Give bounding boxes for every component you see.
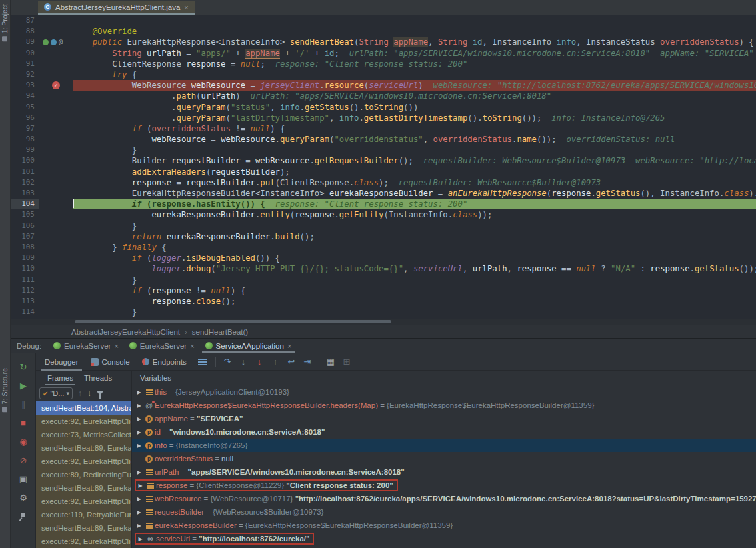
close-session-icon[interactable]: × xyxy=(114,342,118,350)
line-number-gutter[interactable]: 98 xyxy=(11,134,39,145)
line-number-gutter[interactable]: 91 xyxy=(11,59,39,69)
line-number-gutter[interactable]: 88 xyxy=(11,26,39,37)
code-text[interactable]: ClientResponse response = null; response… xyxy=(73,59,756,69)
tab-frames[interactable]: Frames xyxy=(43,371,78,385)
debug-session-tab[interactable]: EurekaServer× xyxy=(48,339,124,353)
code-text[interactable]: String urlPath = "apps/" + appName + '/'… xyxy=(73,48,756,59)
line-number-gutter[interactable]: 90 xyxy=(11,48,39,59)
thread-dump-camera-icon[interactable]: ▣ xyxy=(17,473,29,485)
thread-selector-dropdown[interactable]: ✔ "D... ▾ xyxy=(39,387,73,399)
layout-settings-icon[interactable]: ⊞ xyxy=(339,357,355,367)
tab-endpoints[interactable]: Endpoints xyxy=(136,353,193,371)
code-text[interactable]: .queryParam("lastDirtyTimestamp", info.g… xyxy=(73,113,756,123)
step-out-icon[interactable]: ↑ xyxy=(267,357,283,367)
stack-frame[interactable]: execute:92, EurekaHttpClien xyxy=(36,415,131,428)
code-text[interactable]: logger.debug("Jersey HTTP PUT {}/{}; sta… xyxy=(73,263,756,274)
code-text[interactable]: } xyxy=(73,221,756,231)
expand-arrow-icon[interactable]: ▶ xyxy=(135,429,143,435)
step-into-icon[interactable]: ↓ xyxy=(235,357,251,367)
code-text[interactable]: webResource = webResource.queryParam("ov… xyxy=(73,134,756,145)
line-number-gutter[interactable]: 108 xyxy=(11,242,39,253)
expand-arrow-icon[interactable]: ▶ xyxy=(136,536,145,542)
stack-frame[interactable]: sendHeartBeat:89, EurekaHt xyxy=(36,521,131,535)
mute-breakpoints-icon[interactable]: ⊘ xyxy=(17,455,29,467)
line-number-gutter[interactable]: 94 xyxy=(11,91,39,101)
code-editor[interactable]: 8788 @Override89@ public EurekaHttpRespo… xyxy=(11,15,756,319)
line-number-gutter[interactable]: 109 xyxy=(11,253,39,263)
expand-arrow-icon[interactable]: ▶ xyxy=(135,469,143,475)
code-text[interactable]: EurekaHttpResponseBuilder<InstanceInfo> … xyxy=(73,188,756,199)
expand-arrow-icon[interactable]: ▶ xyxy=(135,509,143,515)
code-text[interactable]: WebResource webResource = jerseyClient.r… xyxy=(73,80,756,91)
code-text[interactable]: try { xyxy=(73,69,756,80)
step-over-icon[interactable]: ↷ xyxy=(219,357,235,367)
line-number-gutter[interactable]: 99 xyxy=(11,145,39,155)
code-text[interactable]: } xyxy=(73,275,756,285)
tab-console[interactable]: Console xyxy=(85,353,136,371)
scrollbar-thumb[interactable] xyxy=(75,320,391,323)
breadcrumb-method[interactable]: sendHeartBeat() xyxy=(192,328,248,336)
variable-row[interactable]: poverriddenStatus = null xyxy=(132,452,756,465)
drop-frame-icon[interactable]: ↩ xyxy=(283,357,299,367)
next-frame-icon[interactable]: ↓ xyxy=(87,389,91,398)
line-number-gutter[interactable]: 110 xyxy=(11,263,39,274)
line-number-gutter[interactable]: 105 xyxy=(11,209,39,220)
variable-row[interactable]: ▶pappName = "SERVICEA" xyxy=(132,412,756,425)
expand-arrow-icon[interactable]: ▶ xyxy=(135,403,143,409)
line-number-gutter[interactable]: 111 xyxy=(11,275,39,285)
line-number-gutter[interactable]: 89 xyxy=(11,37,39,47)
expand-arrow-icon[interactable]: ▶ xyxy=(135,443,143,449)
line-number-gutter[interactable]: 93 xyxy=(11,80,39,91)
variable-row[interactable]: ▶webResource = {WebResource@10717} "http… xyxy=(132,492,756,505)
line-number-gutter[interactable]: 113 xyxy=(11,296,39,307)
code-text[interactable]: .queryParam("status", info.getStatus().t… xyxy=(73,102,756,113)
variable-row[interactable]: ▶this = {JerseyApplicationClient@10193} xyxy=(132,385,756,399)
sidebar-item-structure[interactable]: 7: Structure xyxy=(1,368,9,412)
view-options-icon[interactable] xyxy=(198,359,207,365)
stack-frame[interactable]: execute:89, RedirectingEure xyxy=(36,468,131,481)
breadcrumb-class[interactable]: AbstractJerseyEurekaHttpClient xyxy=(71,328,180,336)
variable-row[interactable]: ▶urlPath = "apps/SERVICEA/windows10.micr… xyxy=(132,465,756,479)
resume-icon[interactable]: ▶ xyxy=(17,380,29,392)
code-text[interactable]: } xyxy=(73,307,756,317)
code-text[interactable]: if (overriddenStatus != null) { xyxy=(73,123,756,134)
expand-arrow-icon[interactable]: ▶ xyxy=(135,416,143,422)
previous-frame-icon[interactable]: ↑ xyxy=(78,389,82,398)
close-session-icon[interactable]: × xyxy=(190,342,194,350)
code-text[interactable]: } xyxy=(73,145,756,155)
code-text[interactable]: if (response.hasEntity()) { response: "C… xyxy=(73,199,756,209)
variable-row[interactable]: ▶eurekaResponseBuilder = {EurekaHttpResp… xyxy=(132,519,756,532)
view-breakpoints-icon[interactable]: ◉ xyxy=(17,436,29,448)
line-number-gutter[interactable]: 103 xyxy=(11,188,39,199)
tab-threads[interactable]: Threads xyxy=(79,371,117,385)
code-text[interactable]: Builder requestBuilder = webResource.get… xyxy=(73,155,756,166)
evaluate-expression-icon[interactable]: ▦ xyxy=(323,357,339,367)
line-number-gutter[interactable]: 87 xyxy=(11,15,39,26)
breakpoint-icon[interactable]: ✓ xyxy=(52,81,60,89)
stack-frame[interactable]: execute:92, EurekaHttpClient xyxy=(36,455,131,468)
code-text[interactable]: public EurekaHttpResponse<InstanceInfo> … xyxy=(73,37,756,47)
code-text[interactable] xyxy=(73,15,756,26)
stack-frame[interactable]: sendHeartBeat:104, Abstract xyxy=(36,401,131,415)
horizontal-scrollbar[interactable] xyxy=(11,319,756,325)
line-number-gutter[interactable]: 104 xyxy=(11,199,39,209)
expand-arrow-icon[interactable]: ▶ xyxy=(136,483,145,489)
code-text[interactable]: response = requestBuilder.put(ClientResp… xyxy=(73,177,756,188)
stop-icon[interactable]: ■ xyxy=(17,417,29,429)
stack-frame[interactable]: sendHeartBeat:89, Eureka xyxy=(36,441,131,455)
variable-row[interactable]: ▶pid = "windows10.microdone.cn:ServiceA:… xyxy=(132,425,756,439)
line-number-gutter[interactable]: 97 xyxy=(11,123,39,134)
code-text[interactable]: eurekaResponseBuilder.entity(response.ge… xyxy=(73,209,756,220)
variable-row[interactable]: ▶∞serviceUrl = "http://localhost:8762/eu… xyxy=(132,532,756,545)
expand-arrow-icon[interactable]: ▶ xyxy=(135,523,143,529)
variable-row[interactable]: ▶requestBuilder = {WebResource$Builder@1… xyxy=(132,505,756,519)
line-number-gutter[interactable]: 101 xyxy=(11,167,39,177)
editor-tab-active[interactable]: C AbstractJerseyEurekaHttpClient.java × xyxy=(38,1,195,15)
stack-frame[interactable]: execute:92, EurekaHttpClient xyxy=(36,495,131,508)
code-text[interactable]: addExtraHeaders(requestBuilder); xyxy=(73,167,756,177)
line-number-gutter[interactable]: 100 xyxy=(11,155,39,166)
line-number-gutter[interactable]: 95 xyxy=(11,102,39,113)
code-text[interactable]: .path(urlPath) urlPath: "apps/SERVICEA/w… xyxy=(73,91,756,101)
rerun-icon[interactable]: ↻ xyxy=(17,361,29,373)
close-tab-icon[interactable]: × xyxy=(184,3,188,11)
